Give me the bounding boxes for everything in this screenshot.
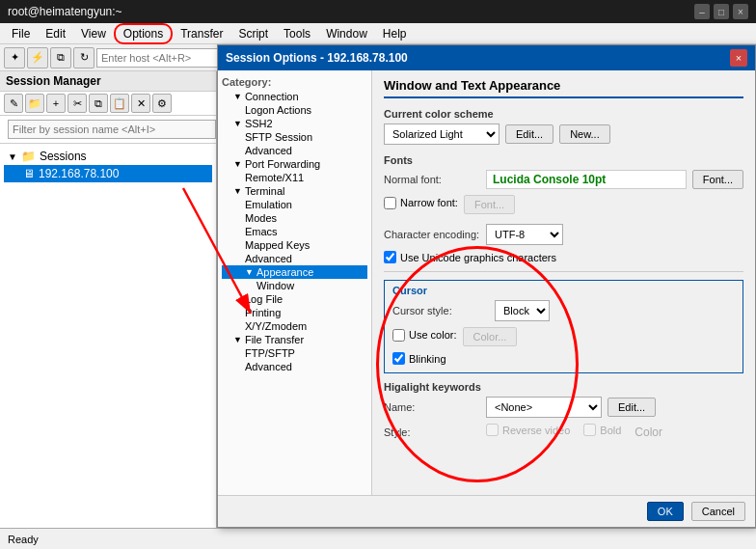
cat-emulation[interactable]: Emulation	[222, 198, 367, 211]
cancel-btn[interactable]: Cancel	[691, 502, 745, 521]
cat-ssh2[interactable]: ▼ SSH2	[222, 117, 367, 130]
new-color-btn[interactable]: New...	[559, 124, 610, 144]
reverse-video-label: Reverse video	[502, 425, 570, 436]
menu-tools[interactable]: Tools	[276, 25, 318, 42]
folder-session-btn[interactable]: 📁	[25, 94, 44, 113]
menu-edit[interactable]: Edit	[38, 25, 73, 42]
new-session-btn[interactable]: ✦	[4, 47, 25, 69]
normal-font-row: Normal font: Lucida Console 10pt Font...	[384, 170, 743, 189]
cat-logon-actions[interactable]: Logon Actions	[222, 103, 367, 117]
refresh-btn[interactable]: ↻	[73, 47, 94, 69]
cat-advanced2[interactable]: Advanced	[222, 252, 367, 265]
use-color-checkbox-row: Use color:	[392, 329, 457, 342]
session-options-dialog: Session Options - 192.168.78.100 × Categ…	[217, 44, 756, 528]
highlight-label: Higalight keywords	[384, 381, 743, 393]
unicode-label: Use Unicode graphics characters	[400, 252, 556, 263]
lightning-btn[interactable]: ⚡	[27, 47, 48, 69]
cat-logfile[interactable]: Log File	[222, 292, 367, 306]
session-panel-title: Session Manager	[0, 71, 216, 92]
minimize-btn[interactable]: –	[694, 4, 710, 19]
font-btn[interactable]: Font...	[692, 170, 743, 189]
name-dropdown[interactable]: <None>	[486, 397, 602, 418]
color-btn[interactable]: Color...	[463, 327, 518, 346]
cat-advanced3[interactable]: Advanced	[222, 360, 367, 373]
menu-help[interactable]: Help	[375, 25, 415, 42]
cat-connection[interactable]: ▼ Connection	[222, 90, 367, 103]
cat-modes[interactable]: Modes	[222, 211, 367, 225]
cat-appearance-label: Appearance	[256, 266, 313, 278]
blinking-label: Blinking	[409, 353, 446, 365]
narrow-font-checkbox[interactable]	[384, 197, 396, 209]
menu-window[interactable]: Window	[318, 25, 375, 42]
cat-ssh2-label: SSH2	[245, 118, 273, 129]
narrow-font-label: Narrow font:	[400, 197, 458, 208]
menu-file[interactable]: File	[4, 25, 38, 42]
settings-session-btn[interactable]: ⚙	[152, 94, 172, 113]
style-label: Style:	[384, 426, 480, 438]
bold-checkbox[interactable]	[583, 424, 596, 436]
cat-sftp[interactable]: SFTP Session	[222, 130, 367, 144]
fonts-group-label: Fonts	[384, 154, 743, 166]
status-text: Ready	[8, 534, 39, 545]
cat-xyzmodem[interactable]: X/Y/Zmodem	[222, 319, 367, 333]
bold-row: Bold	[583, 424, 621, 436]
close-btn[interactable]: ×	[733, 4, 748, 19]
maximize-btn[interactable]: □	[714, 4, 729, 19]
cat-file-transfer[interactable]: ▼ File Transfer	[222, 333, 367, 346]
cat-printing[interactable]: Printing	[222, 306, 367, 319]
use-color-checkbox[interactable]	[392, 329, 405, 342]
cat-file-transfer-label: File Transfer	[245, 334, 304, 345]
tree-host-item[interactable]: 🖥 192.168.78.100	[4, 165, 212, 182]
cat-terminal[interactable]: ▼ Terminal	[222, 184, 367, 198]
content-panel: Window and Text Appearance Current color…	[372, 70, 755, 495]
edit-highlight-btn[interactable]: Edit...	[608, 398, 656, 417]
cat-advanced3-label: Advanced	[245, 361, 292, 372]
reverse-video-checkbox[interactable]	[486, 424, 499, 436]
ok-btn[interactable]: OK	[647, 502, 684, 521]
color-scheme-dropdown[interactable]: Solarized Light	[384, 124, 500, 145]
cursor-style-dropdown[interactable]: Block	[495, 300, 550, 321]
cat-portfwd[interactable]: ▼ Port Forwarding	[222, 157, 367, 171]
app-titlebar: root@heimatengyun:~ – □ ×	[0, 0, 756, 23]
cat-advanced1[interactable]: Advanced	[222, 144, 367, 157]
cat-ftp-sftp[interactable]: FTP/SFTP	[222, 346, 367, 360]
portfwd-arrow: ▼	[233, 159, 242, 169]
char-encoding-dropdown[interactable]: UTF-8	[486, 224, 563, 245]
cat-printing-label: Printing	[245, 307, 281, 318]
color-scheme-group-label: Current color scheme	[384, 108, 743, 120]
menu-options[interactable]: Options	[114, 23, 173, 44]
cat-remote-x11[interactable]: Remote/X11	[222, 171, 367, 184]
edit-session-btn[interactable]: ✎	[4, 94, 23, 113]
cat-mapped-keys[interactable]: Mapped Keys	[222, 238, 367, 252]
edit-color-btn[interactable]: Edit...	[505, 124, 554, 144]
use-color-row: Use color: Color...	[392, 327, 735, 346]
use-color-label: Use color:	[409, 329, 457, 341]
style-row: Style: Reverse video Bold Color	[384, 424, 743, 440]
dialog-body: Category: ▼ Connection Logon Actions ▼ S…	[218, 70, 755, 495]
cut-session-btn[interactable]: ✂	[68, 94, 87, 113]
tree-sessions[interactable]: ▼ 📁 Sessions	[4, 148, 212, 165]
dialog-close-btn[interactable]: ×	[730, 49, 747, 67]
category-label: Category:	[222, 74, 367, 90]
cat-emacs[interactable]: Emacs	[222, 225, 367, 238]
bold-label: Bold	[600, 425, 621, 436]
cat-appearance[interactable]: ▼ Appearance	[222, 265, 367, 279]
menu-view[interactable]: View	[73, 25, 114, 42]
session-filter-input[interactable]	[8, 120, 216, 139]
paste-session-btn[interactable]: 📋	[110, 94, 129, 113]
copy-session-btn[interactable]: ⧉	[89, 94, 108, 113]
menu-script[interactable]: Script	[230, 25, 276, 42]
delete-session-btn[interactable]: ✕	[131, 94, 150, 113]
cat-window[interactable]: Window	[222, 279, 367, 292]
char-encoding-label: Character encoding:	[384, 229, 480, 240]
cat-window-label: Window	[256, 280, 294, 291]
unicode-checkbox[interactable]	[384, 251, 396, 263]
narrow-font-btn[interactable]: Font...	[464, 195, 515, 214]
cat-logfile-label: Log File	[245, 293, 283, 305]
menu-transfer[interactable]: Transfer	[173, 25, 230, 42]
add-session-btn[interactable]: +	[46, 94, 66, 113]
cat-mapped-keys-label: Mapped Keys	[245, 239, 310, 251]
copy-btn[interactable]: ⧉	[50, 47, 71, 69]
blinking-checkbox[interactable]	[392, 352, 405, 365]
session-toolbar: ✎ 📁 + ✂ ⧉ 📋 ✕ ⚙	[0, 92, 216, 116]
